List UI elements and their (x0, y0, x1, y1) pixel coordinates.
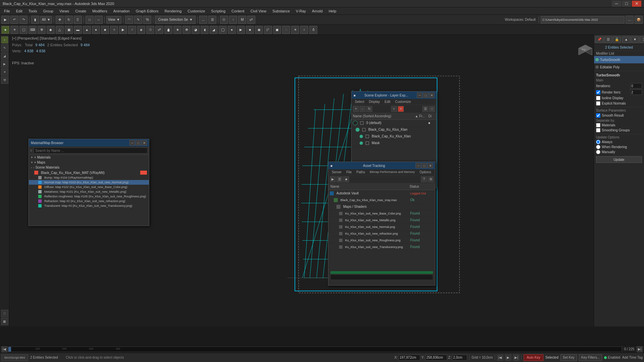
set-key-btn[interactable]: Set Key (560, 354, 577, 361)
tool24[interactable]: ◉ (255, 26, 263, 34)
curve-editor-btn[interactable]: ⏲ (220, 16, 228, 24)
mod-options-btn[interactable]: ☰ (604, 37, 612, 43)
modify-panel-btn[interactable]: ✎ (1, 44, 8, 52)
se-minimize[interactable]: ─ (417, 93, 422, 98)
menu-tools[interactable]: Tools (26, 8, 40, 14)
menu-substance[interactable]: Substance (270, 8, 292, 14)
ts-update-button[interactable]: Update (596, 156, 642, 163)
at-grid-btn[interactable]: ☰ (336, 176, 342, 182)
create-selection-button[interactable]: Create Selection Se ▼ (155, 16, 196, 24)
menu-vray[interactable]: V-Ray (293, 8, 309, 14)
tool9[interactable]: ▶ (119, 26, 127, 34)
hierarchy-btn[interactable]: ◢ (1, 52, 8, 60)
utils-btn[interactable]: ⚒ (1, 76, 8, 84)
light-btn[interactable]: ☀ (10, 26, 18, 34)
at-row-tex6[interactable]: Ku_Klux_Klan_suit_new_Translucency.png F… (328, 244, 435, 250)
tool23[interactable]: ■ (246, 26, 254, 34)
se-del-btn[interactable]: - (360, 106, 366, 112)
menu-civil-view[interactable]: Civil View (248, 8, 269, 14)
submat-bump[interactable]: Bump: Map #104 (VRayNormalMap) (29, 175, 149, 180)
modifier-turbosmooth[interactable]: TurboSmooth (594, 56, 644, 63)
create-panel-btn[interactable]: ▪ (1, 36, 8, 44)
layer-btn[interactable]: ☰ (208, 16, 216, 24)
menu-rendering[interactable]: Rendering (162, 8, 184, 14)
tool12[interactable]: ☉ (146, 26, 154, 34)
tool20[interactable]: ◯ (219, 26, 227, 34)
tool4[interactable]: ▬ (74, 26, 82, 34)
at-row-tex4[interactable]: Ku_Klux_Klan_suit_new_refraction.png Fou… (328, 230, 435, 237)
at-minimize[interactable]: ─ (416, 163, 421, 168)
at-maximize[interactable]: □ (422, 163, 427, 168)
timeline-next-btn[interactable]: ▶| (637, 346, 643, 352)
ts-explicit-check[interactable] (596, 101, 600, 106)
mod-lock-btn[interactable]: 🔓 (613, 37, 621, 43)
tool13[interactable]: ☍ (155, 26, 163, 34)
menu-modifiers[interactable]: Modifiers (90, 8, 110, 14)
menu-edit[interactable]: Edit (13, 8, 25, 14)
snap-btn[interactable]: ◠ (125, 16, 133, 24)
ts-smoothing-check[interactable] (596, 128, 600, 132)
se-row-klan[interactable]: Black_Cap_Ku_Klux_Klan (352, 126, 436, 133)
play-btn[interactable]: ▶ (505, 355, 511, 361)
menu-views[interactable]: Views (57, 8, 72, 14)
tool5[interactable]: ▲ (83, 26, 91, 34)
viewport-cube-gizmo[interactable]: Top (575, 38, 595, 58)
at-menu-bitmap[interactable]: Bitmap Performance and Memory (368, 170, 417, 174)
mat-search-input[interactable] (34, 147, 148, 154)
material-editor-btn[interactable]: M (238, 16, 246, 24)
tool22[interactable]: ▶ (237, 26, 245, 34)
at-menu-server[interactable]: Server (330, 170, 343, 174)
x-coord-input[interactable] (398, 355, 420, 361)
tool3[interactable]: ▣ (65, 26, 73, 34)
select-filter-dropdown[interactable]: All▼ (40, 16, 52, 23)
asset-tracking-header[interactable]: ■ Asset Tracking ─ □ ✕ (328, 162, 435, 169)
key-filters-btn[interactable]: Key Filters... (579, 354, 602, 361)
helper-btn[interactable]: ⌨ (29, 26, 37, 34)
submat-translucent[interactable]: Translucent: Map #3 (Ku_Klux_Klan_suit_n… (29, 203, 149, 208)
main-material[interactable]: Black_Cap_Ku_Klux_Klan_MAT (VRayMtl) (29, 170, 149, 175)
view-cube-btn[interactable]: □ (1, 310, 8, 317)
maps-group[interactable]: + + Maps (29, 160, 149, 165)
at-row-tex1[interactable]: Ku_Klux_Klan_suit_new_Base_Color.png Fou… (328, 210, 435, 217)
se-close2-btn[interactable]: ✕ (398, 106, 404, 112)
camera-btn[interactable]: ▢ (19, 26, 28, 34)
at-menu-paths[interactable]: Paths (355, 170, 367, 174)
tool27[interactable]: ◾ (282, 26, 290, 34)
tool19[interactable]: ◢ (210, 26, 218, 34)
rotate-btn[interactable]: ↻ (65, 16, 73, 24)
redo-btn[interactable]: ↷ (19, 16, 28, 24)
scale-btn[interactable]: ⛣ (74, 16, 82, 24)
menu-file[interactable]: File (1, 8, 13, 14)
select-object-btn[interactable]: ▮ (31, 16, 39, 24)
menu-content[interactable]: Content (229, 8, 247, 14)
tool11[interactable]: ◈ (137, 26, 145, 34)
viewport-controls-btn[interactable]: ▦ (1, 318, 8, 325)
render-setup-btn[interactable]: ☍ (247, 16, 255, 24)
menu-create[interactable]: Create (72, 8, 89, 14)
menu-arnold[interactable]: Arnold (309, 8, 325, 14)
maxscript-mini[interactable]: MAXScript Mini (1, 354, 28, 361)
at-row-maxfile[interactable]: Black_Cap_Ku_Klux_Klan_max_vray.max Ok (328, 197, 435, 203)
space-warp-btn[interactable]: ☢ (38, 26, 46, 34)
menu-customize[interactable]: Customize (185, 8, 208, 14)
path-browse-btn[interactable]: ... (626, 16, 634, 24)
se-menu-select[interactable]: Select (353, 100, 366, 104)
scene-materials-group[interactable]: - - Scene Materials (29, 165, 149, 170)
minimize-button[interactable]: ─ (612, 1, 621, 7)
tool7[interactable]: ■ (101, 26, 109, 34)
submat-normal[interactable]: Normal map: Map #103 (Ku_Klux_Klan_suit_… (29, 180, 149, 185)
se-maximize[interactable]: □ (423, 93, 428, 98)
tool30[interactable]: ♁ (309, 26, 317, 34)
mod-pin-btn[interactable]: 📌 (595, 37, 603, 43)
snap-percent-btn[interactable]: % (143, 16, 151, 24)
path-icon-btn[interactable]: 📦 (635, 16, 643, 24)
at-row-maps[interactable]: Maps / Shaders (328, 203, 435, 210)
ts-render-iters-input[interactable] (630, 89, 642, 95)
tool17[interactable]: ◕ (192, 26, 200, 34)
at-row-tex5[interactable]: Ku_Klux_Klan_suit_new_Roughness.png Foun… (328, 237, 435, 244)
at-settings-btn[interactable]: ⚙ (428, 176, 434, 182)
se-obj-btn[interactable]: □ (429, 106, 435, 112)
path-dropdown[interactable]: C:\Users\lukya\Documents\3ds Max 2022 (541, 16, 625, 23)
tool26[interactable]: ◼ (273, 26, 281, 34)
ts-render-iters-check[interactable] (596, 90, 600, 95)
